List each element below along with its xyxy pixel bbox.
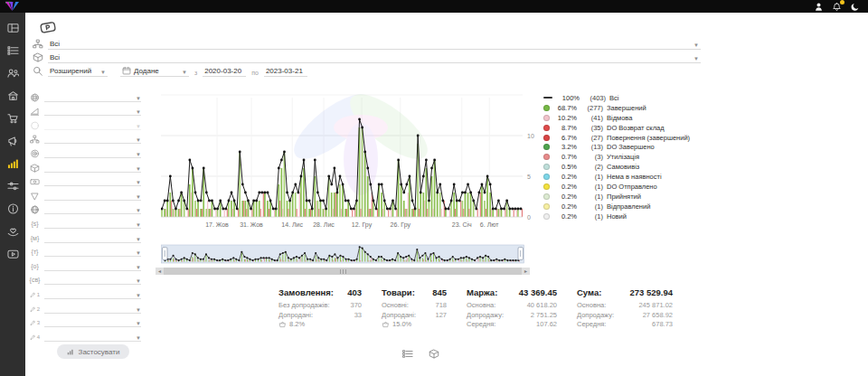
scrollbar-grip-icon [340,269,346,274]
sidebar-item-support-hands[interactable] [7,226,19,237]
filter-select-input[interactable]: ▼ [44,135,141,144]
legend-percent: 0.2% [553,202,577,211]
legend-item[interactable]: 0.2%(1)Відправлений [543,202,712,212]
svg-text:14. Лис: 14. Лис [281,221,303,228]
stat-value: 403 [338,287,362,297]
legend-label: DO Возврат склад [607,124,665,132]
app-logo-icon[interactable] [5,1,20,12]
funnel-icon [30,192,40,201]
legend-count: (1) [580,193,603,201]
sidebar-item-settings-sliders[interactable] [7,181,19,192]
chart-range-navigator[interactable] [161,244,524,266]
primary-filter-select[interactable]: Всі ▼ [48,40,701,50]
filter-side-row-11: {м}▼ [30,229,141,243]
legend-item[interactable]: 0.2%(1)Новий [543,212,712,221]
sidebar-item-cart[interactable] [7,113,19,124]
scrollbar-thumb[interactable] [164,268,522,275]
notification-badge [840,0,844,5]
sidebar-item-video-tutorials[interactable] [7,249,19,259]
filter-select-input[interactable]: ▼ [44,248,141,257]
svg-text:5: 5 [527,174,531,180]
legend-item[interactable]: 0.2%(1)DO Отправлено [543,182,712,192]
filter-select-input[interactable]: ▼ [44,205,141,214]
sidebar-item-dashboard[interactable] [7,23,19,33]
filter-select-input[interactable]: ▼ [44,149,141,158]
page-tag-icon[interactable] [39,19,58,36]
sidebar-item-customers[interactable] [7,68,19,79]
stat-column-2: Товари:845Основні:718Допродані:12715.0% [382,287,447,330]
chevron-down-icon: ▼ [132,96,141,101]
scroll-left-button[interactable]: ◂ [156,268,164,275]
filter-select-input[interactable]: ▼ [44,121,141,130]
filter-select-input[interactable]: ▼ [44,220,141,229]
sidebar-item-store[interactable] [7,90,19,101]
search-icon[interactable] [33,66,43,76]
filter-select-input[interactable]: ▼ [44,318,141,327]
navigator-svg[interactable] [161,244,524,266]
date-field-select[interactable]: Додане ▼ [120,66,189,77]
sidebar-item-info[interactable] [7,203,19,214]
filter-select-input[interactable]: ▼ [44,333,141,342]
legend-item[interactable]: 68.7%(277)Завершений [543,103,712,113]
legend-item[interactable]: 6.7%(27)Повернення (завершений) [543,133,712,143]
legend-label: DO Отправлено [607,183,657,191]
legend-item[interactable]: 8.7%(35)DO Возврат склад [543,123,712,133]
legend-item[interactable]: 0.5%(2)Самовивіз [543,162,712,172]
filter-select-input[interactable]: ▼ [44,305,141,314]
legend-count: (1) [580,212,603,221]
filter-select-input[interactable]: ▼ [44,192,141,201]
svg-text:0: 0 [527,214,531,221]
sidebar-item-marketing-megaphone[interactable] [7,136,19,146]
chevron-down-icon: ▼ [132,250,141,256]
filter-select-input[interactable]: ▼ [44,177,141,186]
sidebar-item-analytics-chart[interactable] [7,158,19,169]
legend-item[interactable]: 0.2%(1)Нема в наявності [543,172,712,182]
theme-moon-icon[interactable] [850,2,860,12]
date-from-input[interactable]: 2020-03-20 [203,67,246,77]
filter-select-input[interactable]: ▼ [44,290,141,299]
stat-value: 43 369.45 [510,287,557,297]
date-to-input[interactable]: 2023-03-21 [264,67,307,77]
user-icon[interactable] [814,2,824,12]
footer-toggles [402,349,439,359]
orders-chart-svg[interactable]: 0510 17. Жов31. Жов14. Лис28. Лис12. Гру… [161,89,541,233]
svg-text:12. Гру: 12. Гру [352,221,373,229]
legend-item[interactable]: 0.2%(1)Прийнятий [543,192,712,202]
legend-item[interactable]: 0.7%(3)Утилізація [543,152,712,162]
legend-count: (27) [580,134,603,142]
legend-item[interactable]: 3.2%(13)DO Завершено [543,142,712,152]
notifications-bell-icon[interactable] [832,2,842,12]
sidebar-item-orders-list[interactable] [7,45,19,56]
search-mode-select[interactable]: Розширений ▼ [48,67,108,77]
legend-item[interactable]: 10.2%(41)Відмова [543,113,712,123]
filter-side-row-12: {т}▼ [30,243,141,258]
filter-select-input[interactable]: ▼ [44,234,141,243]
filter-panel: ▼▼▼▼▼▼▼▼▼{s}▼{м}▼{т}▼{о}▼{св}▼1▼2▼3▼4▼ [30,88,141,342]
filter-select-input[interactable]: ▼ [44,262,141,271]
chevron-down-icon: ▼ [132,237,141,242]
filter-select-input[interactable]: ▼ [44,276,141,285]
stat-title-row: Замовлення:403 [278,287,362,297]
filter-select-input[interactable]: ▼ [44,164,141,173]
legend-label: DO Завершено [607,143,655,151]
legend-label: Утилізація [607,153,639,161]
orders-chart-area[interactable]: 0510 17. Жов31. Жов14. Лис28. Лис12. Гру… [161,89,541,233]
legend-item[interactable]: 100%(403)Всі [543,93,712,103]
legend-count: (35) [580,124,603,132]
filter-select-input[interactable]: ▼ [44,93,141,102]
pencil-3-icon: 3 [30,318,40,327]
filter-side-row-2: ▼ [30,102,141,117]
package-toggle-icon[interactable] [429,349,439,359]
chevron-down-icon: ▼ [178,70,187,75]
chart-scrollbar[interactable]: ◂ ▸ [156,268,530,275]
apply-filters-button[interactable]: Застосувати [57,344,129,359]
scroll-right-button[interactable]: ▸ [522,268,530,275]
secondary-filter-select[interactable]: Всі ▼ [48,53,701,63]
legend-swatch [543,193,550,200]
stat-sub-row: Допродажу:2 751.25 [467,311,557,321]
filter-side-row-9: ▼ [30,201,141,215]
legend-percent: 10.2% [553,114,577,122]
filter-select-input[interactable]: ▼ [44,107,141,116]
stat-title: Товари: [382,287,415,297]
list-toggle-icon[interactable] [402,349,413,359]
